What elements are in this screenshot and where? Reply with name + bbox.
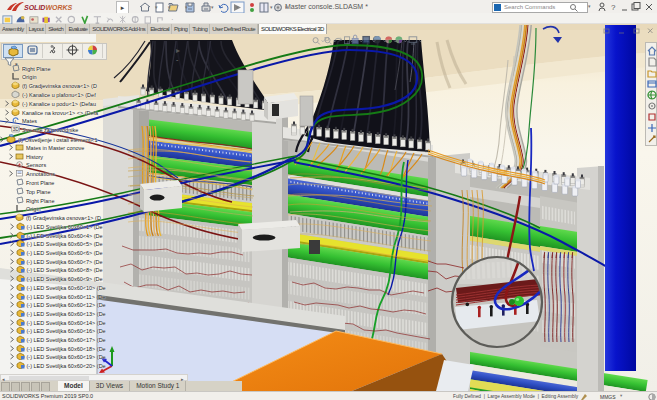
svg-text:?: ? bbox=[611, 3, 616, 12]
svg-text:SOLIDWORKS: SOLIDWORKS bbox=[24, 4, 73, 11]
svg-text:3D: 3D bbox=[13, 126, 20, 132]
svg-text:·: · bbox=[171, 16, 173, 23]
